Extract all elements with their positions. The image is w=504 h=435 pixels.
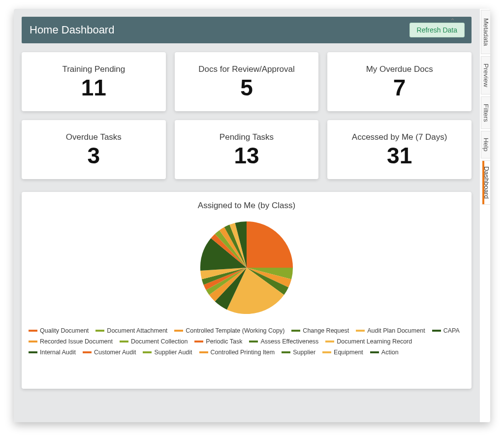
- tab-metadata[interactable]: Metadata: [481, 10, 490, 54]
- legend-swatch-icon: [199, 351, 208, 353]
- legend-label: Audit Plan Document: [367, 326, 425, 336]
- legend-swatch-icon: [249, 341, 258, 342]
- legend-swatch-icon: [174, 330, 183, 332]
- legend-item[interactable]: Document Collection: [120, 337, 188, 346]
- legend-item[interactable]: Customer Audit: [83, 347, 136, 357]
- legend-swatch-icon: [194, 341, 203, 342]
- card-value: 11: [81, 76, 106, 99]
- legend-swatch-icon: [322, 351, 331, 353]
- legend-label: Controlled Printing Item: [211, 347, 275, 357]
- scroll-up-caret-icon[interactable]: ⌃: [449, 18, 456, 25]
- legend-swatch-icon: [29, 330, 37, 332]
- legend-item[interactable]: Supplier: [282, 347, 315, 357]
- card-value: 7: [393, 76, 406, 99]
- card-value: 13: [234, 144, 259, 167]
- chart-title: Assigned to Me (by Class): [198, 201, 295, 211]
- legend-item[interactable]: CAPA: [432, 326, 460, 336]
- legend-item[interactable]: Internal Audit: [29, 347, 76, 357]
- legend-label: Action: [381, 347, 399, 357]
- card-pending-tasks[interactable]: Pending Tasks 13: [175, 120, 319, 179]
- legend-label: Customer Audit: [94, 347, 136, 357]
- legend-label: Equipment: [334, 347, 363, 357]
- card-title: Accessed by Me (7 Days): [352, 132, 447, 142]
- legend-swatch-icon: [291, 330, 300, 332]
- card-accessed-by-me[interactable]: Accessed by Me (7 Days) 31: [327, 120, 472, 179]
- legend-item[interactable]: Document Attachment: [95, 326, 167, 336]
- legend-swatch-icon: [370, 351, 379, 353]
- dashboard-main: ⌃ Home Dashboard Refresh Data Training P…: [14, 9, 479, 422]
- legend-swatch-icon: [95, 330, 104, 332]
- card-title: Docs for Review/Approval: [198, 64, 295, 74]
- chart-panel-assigned-by-class: Assigned to Me (by Class) Quality Docume…: [22, 192, 472, 389]
- card-value: 5: [240, 76, 253, 99]
- kpi-card-grid: Training Pending 11 Docs for Review/Appr…: [22, 52, 472, 179]
- legend-label: Controlled Template (Working Copy): [186, 326, 284, 336]
- card-overdue-tasks[interactable]: Overdue Tasks 3: [22, 120, 166, 179]
- side-tab-strip: Metadata Preview Filters Help Dashboard: [479, 9, 490, 422]
- legend-swatch-icon: [432, 330, 441, 332]
- pie-chart[interactable]: [198, 219, 295, 316]
- legend-item[interactable]: Periodic Task: [194, 337, 242, 346]
- legend-label: Internal Audit: [40, 347, 76, 357]
- legend-swatch-icon: [29, 341, 37, 342]
- card-value: 31: [387, 144, 412, 167]
- card-docs-review-approval[interactable]: Docs for Review/Approval 5: [175, 52, 319, 111]
- legend-item[interactable]: Assess Effectiveness: [249, 337, 318, 346]
- legend-swatch-icon: [356, 330, 365, 332]
- legend-swatch-icon: [282, 351, 290, 353]
- legend-label: Quality Document: [40, 326, 89, 336]
- legend-label: Document Collection: [131, 337, 188, 346]
- legend-item[interactable]: Supplier Audit: [143, 347, 192, 357]
- header-bar: Home Dashboard Refresh Data: [22, 17, 472, 43]
- legend-label: CAPA: [443, 326, 460, 336]
- legend-label: Assess Effectiveness: [260, 337, 318, 346]
- legend-swatch-icon: [29, 351, 37, 353]
- legend-swatch-icon: [325, 341, 334, 342]
- legend-item[interactable]: Controlled Template (Working Copy): [174, 326, 284, 336]
- legend-label: Change Request: [303, 326, 349, 336]
- chart-legend: Quality DocumentDocument AttachmentContr…: [29, 326, 465, 357]
- legend-label: Supplier: [293, 347, 315, 357]
- legend-label: Document Attachment: [107, 326, 167, 336]
- legend-item[interactable]: Equipment: [322, 347, 363, 357]
- legend-swatch-icon: [120, 341, 128, 342]
- tab-preview[interactable]: Preview: [481, 56, 490, 94]
- legend-item[interactable]: Recorded Issue Document: [29, 337, 113, 346]
- legend-item[interactable]: Quality Document: [29, 326, 89, 336]
- legend-label: Supplier Audit: [154, 347, 192, 357]
- card-title: Overdue Tasks: [66, 132, 122, 142]
- card-title: Training Pending: [62, 64, 125, 74]
- page-title: Home Dashboard: [30, 24, 114, 36]
- legend-item[interactable]: Controlled Printing Item: [199, 347, 275, 357]
- legend-label: Recorded Issue Document: [40, 337, 113, 346]
- legend-item[interactable]: Change Request: [291, 326, 349, 336]
- legend-item[interactable]: Action: [370, 347, 399, 357]
- tab-dashboard[interactable]: Dashboard: [481, 160, 490, 205]
- card-title: Pending Tasks: [220, 132, 274, 142]
- legend-swatch-icon: [143, 351, 152, 353]
- card-my-overdue-docs[interactable]: My Overdue Docs 7: [327, 52, 472, 111]
- legend-label: Periodic Task: [206, 337, 242, 346]
- legend-item[interactable]: Document Learning Record: [325, 337, 412, 346]
- tab-help[interactable]: Help: [481, 131, 490, 158]
- legend-swatch-icon: [83, 351, 92, 353]
- pie-slice[interactable]: [247, 221, 293, 268]
- refresh-data-button[interactable]: Refresh Data: [410, 23, 465, 37]
- tab-filters[interactable]: Filters: [481, 96, 490, 129]
- legend-item[interactable]: Audit Plan Document: [356, 326, 425, 336]
- card-title: My Overdue Docs: [366, 64, 433, 74]
- card-training-pending[interactable]: Training Pending 11: [22, 52, 166, 111]
- card-value: 3: [88, 144, 100, 167]
- legend-label: Document Learning Record: [337, 337, 412, 346]
